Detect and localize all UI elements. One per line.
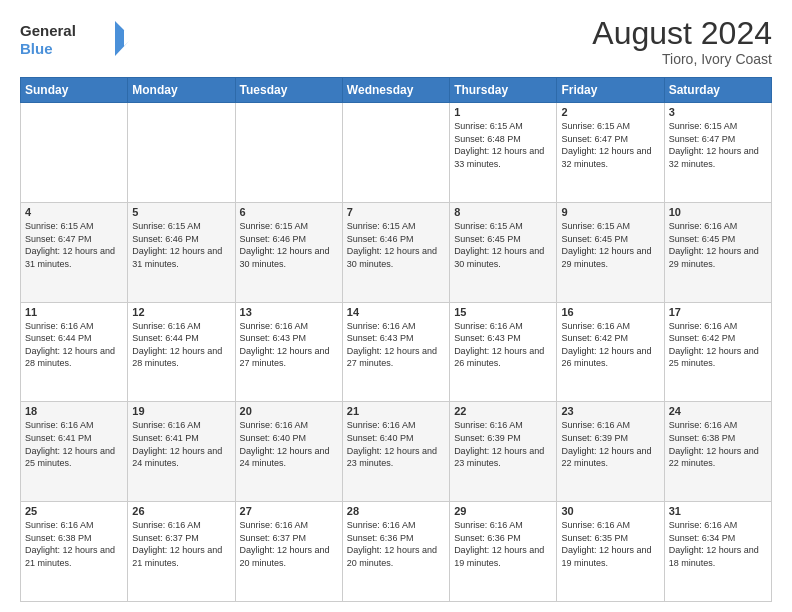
calendar-cell-0-0 — [21, 103, 128, 203]
day-info: Sunrise: 6:16 AM Sunset: 6:43 PM Dayligh… — [240, 320, 338, 370]
day-number: 22 — [454, 405, 552, 417]
day-number: 8 — [454, 206, 552, 218]
day-info: Sunrise: 6:15 AM Sunset: 6:46 PM Dayligh… — [132, 220, 230, 270]
calendar-cell-3-6: 24Sunrise: 6:16 AM Sunset: 6:38 PM Dayli… — [664, 402, 771, 502]
calendar-cell-4-2: 27Sunrise: 6:16 AM Sunset: 6:37 PM Dayli… — [235, 502, 342, 602]
day-info: Sunrise: 6:16 AM Sunset: 6:39 PM Dayligh… — [454, 419, 552, 469]
calendar-cell-0-1 — [128, 103, 235, 203]
calendar-cell-3-0: 18Sunrise: 6:16 AM Sunset: 6:41 PM Dayli… — [21, 402, 128, 502]
calendar-cell-3-1: 19Sunrise: 6:16 AM Sunset: 6:41 PM Dayli… — [128, 402, 235, 502]
header-friday: Friday — [557, 78, 664, 103]
day-number: 20 — [240, 405, 338, 417]
day-info: Sunrise: 6:16 AM Sunset: 6:39 PM Dayligh… — [561, 419, 659, 469]
day-info: Sunrise: 6:16 AM Sunset: 6:42 PM Dayligh… — [669, 320, 767, 370]
day-info: Sunrise: 6:15 AM Sunset: 6:47 PM Dayligh… — [25, 220, 123, 270]
day-info: Sunrise: 6:16 AM Sunset: 6:45 PM Dayligh… — [669, 220, 767, 270]
logo: General Blue — [20, 16, 130, 60]
calendar-week-1: 1Sunrise: 6:15 AM Sunset: 6:48 PM Daylig… — [21, 103, 772, 203]
calendar-cell-2-0: 11Sunrise: 6:16 AM Sunset: 6:44 PM Dayli… — [21, 302, 128, 402]
day-info: Sunrise: 6:15 AM Sunset: 6:45 PM Dayligh… — [561, 220, 659, 270]
day-number: 21 — [347, 405, 445, 417]
day-number: 15 — [454, 306, 552, 318]
calendar-cell-1-3: 7Sunrise: 6:15 AM Sunset: 6:46 PM Daylig… — [342, 202, 449, 302]
day-info: Sunrise: 6:16 AM Sunset: 6:36 PM Dayligh… — [347, 519, 445, 569]
day-number: 18 — [25, 405, 123, 417]
svg-text:General: General — [20, 22, 76, 39]
day-info: Sunrise: 6:16 AM Sunset: 6:41 PM Dayligh… — [132, 419, 230, 469]
day-info: Sunrise: 6:15 AM Sunset: 6:46 PM Dayligh… — [240, 220, 338, 270]
day-info: Sunrise: 6:16 AM Sunset: 6:40 PM Dayligh… — [240, 419, 338, 469]
day-number: 19 — [132, 405, 230, 417]
day-number: 2 — [561, 106, 659, 118]
calendar-table: Sunday Monday Tuesday Wednesday Thursday… — [20, 77, 772, 602]
day-number: 12 — [132, 306, 230, 318]
calendar-cell-0-3 — [342, 103, 449, 203]
day-number: 5 — [132, 206, 230, 218]
day-number: 25 — [25, 505, 123, 517]
day-number: 23 — [561, 405, 659, 417]
subtitle: Tioro, Ivory Coast — [592, 51, 772, 67]
calendar-cell-3-5: 23Sunrise: 6:16 AM Sunset: 6:39 PM Dayli… — [557, 402, 664, 502]
header-monday: Monday — [128, 78, 235, 103]
header-saturday: Saturday — [664, 78, 771, 103]
calendar-cell-2-4: 15Sunrise: 6:16 AM Sunset: 6:43 PM Dayli… — [450, 302, 557, 402]
svg-marker-2 — [115, 21, 130, 56]
day-number: 16 — [561, 306, 659, 318]
title-block: August 2024 Tioro, Ivory Coast — [592, 16, 772, 67]
calendar-cell-2-3: 14Sunrise: 6:16 AM Sunset: 6:43 PM Dayli… — [342, 302, 449, 402]
calendar-cell-0-4: 1Sunrise: 6:15 AM Sunset: 6:48 PM Daylig… — [450, 103, 557, 203]
calendar-header-row: Sunday Monday Tuesday Wednesday Thursday… — [21, 78, 772, 103]
day-info: Sunrise: 6:16 AM Sunset: 6:37 PM Dayligh… — [132, 519, 230, 569]
header-tuesday: Tuesday — [235, 78, 342, 103]
main-title: August 2024 — [592, 16, 772, 51]
day-number: 7 — [347, 206, 445, 218]
day-info: Sunrise: 6:16 AM Sunset: 6:41 PM Dayligh… — [25, 419, 123, 469]
day-info: Sunrise: 6:16 AM Sunset: 6:36 PM Dayligh… — [454, 519, 552, 569]
day-number: 11 — [25, 306, 123, 318]
calendar-cell-4-0: 25Sunrise: 6:16 AM Sunset: 6:38 PM Dayli… — [21, 502, 128, 602]
day-info: Sunrise: 6:16 AM Sunset: 6:43 PM Dayligh… — [454, 320, 552, 370]
calendar-cell-2-6: 17Sunrise: 6:16 AM Sunset: 6:42 PM Dayli… — [664, 302, 771, 402]
calendar-week-2: 4Sunrise: 6:15 AM Sunset: 6:47 PM Daylig… — [21, 202, 772, 302]
day-number: 27 — [240, 505, 338, 517]
calendar-cell-0-6: 3Sunrise: 6:15 AM Sunset: 6:47 PM Daylig… — [664, 103, 771, 203]
day-number: 1 — [454, 106, 552, 118]
day-info: Sunrise: 6:16 AM Sunset: 6:34 PM Dayligh… — [669, 519, 767, 569]
page: General Blue August 2024 Tioro, Ivory Co… — [0, 0, 792, 612]
day-number: 17 — [669, 306, 767, 318]
calendar-cell-2-1: 12Sunrise: 6:16 AM Sunset: 6:44 PM Dayli… — [128, 302, 235, 402]
day-number: 30 — [561, 505, 659, 517]
day-info: Sunrise: 6:16 AM Sunset: 6:38 PM Dayligh… — [669, 419, 767, 469]
calendar-cell-4-4: 29Sunrise: 6:16 AM Sunset: 6:36 PM Dayli… — [450, 502, 557, 602]
calendar-week-3: 11Sunrise: 6:16 AM Sunset: 6:44 PM Dayli… — [21, 302, 772, 402]
day-info: Sunrise: 6:16 AM Sunset: 6:38 PM Dayligh… — [25, 519, 123, 569]
calendar-cell-1-0: 4Sunrise: 6:15 AM Sunset: 6:47 PM Daylig… — [21, 202, 128, 302]
calendar-cell-1-5: 9Sunrise: 6:15 AM Sunset: 6:45 PM Daylig… — [557, 202, 664, 302]
day-info: Sunrise: 6:16 AM Sunset: 6:35 PM Dayligh… — [561, 519, 659, 569]
svg-text:Blue: Blue — [20, 40, 53, 57]
calendar-cell-3-4: 22Sunrise: 6:16 AM Sunset: 6:39 PM Dayli… — [450, 402, 557, 502]
day-number: 4 — [25, 206, 123, 218]
day-info: Sunrise: 6:16 AM Sunset: 6:37 PM Dayligh… — [240, 519, 338, 569]
calendar-cell-2-5: 16Sunrise: 6:16 AM Sunset: 6:42 PM Dayli… — [557, 302, 664, 402]
header: General Blue August 2024 Tioro, Ivory Co… — [20, 16, 772, 67]
day-info: Sunrise: 6:16 AM Sunset: 6:44 PM Dayligh… — [25, 320, 123, 370]
calendar-week-5: 25Sunrise: 6:16 AM Sunset: 6:38 PM Dayli… — [21, 502, 772, 602]
day-info: Sunrise: 6:15 AM Sunset: 6:47 PM Dayligh… — [669, 120, 767, 170]
day-info: Sunrise: 6:15 AM Sunset: 6:48 PM Dayligh… — [454, 120, 552, 170]
calendar-week-4: 18Sunrise: 6:16 AM Sunset: 6:41 PM Dayli… — [21, 402, 772, 502]
day-number: 26 — [132, 505, 230, 517]
header-thursday: Thursday — [450, 78, 557, 103]
day-number: 24 — [669, 405, 767, 417]
calendar-cell-4-6: 31Sunrise: 6:16 AM Sunset: 6:34 PM Dayli… — [664, 502, 771, 602]
calendar-cell-4-5: 30Sunrise: 6:16 AM Sunset: 6:35 PM Dayli… — [557, 502, 664, 602]
day-number: 13 — [240, 306, 338, 318]
day-number: 28 — [347, 505, 445, 517]
day-number: 9 — [561, 206, 659, 218]
calendar-cell-1-6: 10Sunrise: 6:16 AM Sunset: 6:45 PM Dayli… — [664, 202, 771, 302]
logo-svg: General Blue — [20, 16, 130, 60]
day-number: 10 — [669, 206, 767, 218]
calendar-cell-1-1: 5Sunrise: 6:15 AM Sunset: 6:46 PM Daylig… — [128, 202, 235, 302]
day-info: Sunrise: 6:15 AM Sunset: 6:45 PM Dayligh… — [454, 220, 552, 270]
day-info: Sunrise: 6:16 AM Sunset: 6:40 PM Dayligh… — [347, 419, 445, 469]
